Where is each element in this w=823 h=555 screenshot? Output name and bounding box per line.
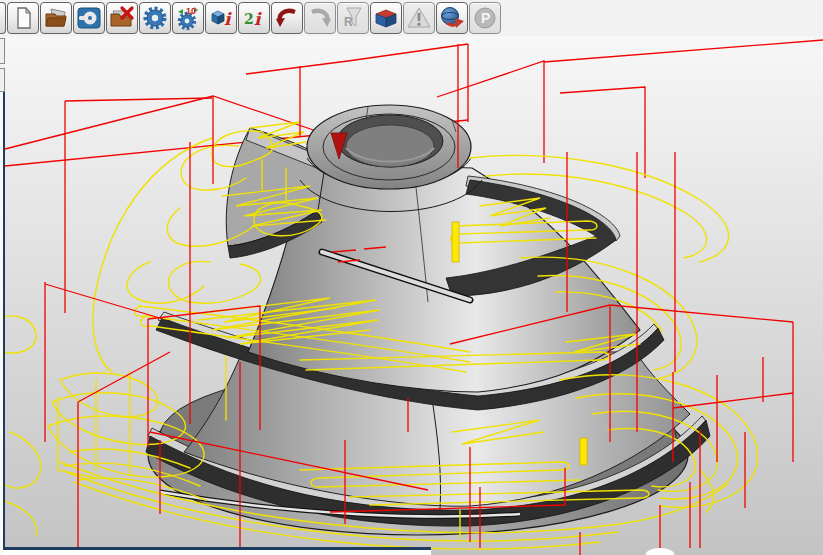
folder-open-icon: [43, 5, 69, 31]
machining-params-button[interactable]: [139, 2, 171, 34]
close-file-button[interactable]: [106, 2, 138, 34]
entity-info-button[interactable]: i: [205, 2, 237, 34]
rotate-view-button[interactable]: [436, 2, 468, 34]
open-file-button[interactable]: [40, 2, 72, 34]
gear-icon: [142, 5, 168, 31]
i-glyph: i: [254, 9, 262, 29]
info-i-glyph: i: [224, 9, 232, 29]
folder-delete-icon: [109, 5, 135, 31]
two-glyph: 2: [244, 11, 254, 27]
disc-icon: [76, 5, 102, 31]
undo-button[interactable]: [271, 2, 303, 34]
funnel-r-icon: R: [340, 5, 366, 31]
2i-icon: 2 i: [241, 5, 267, 31]
warnings-button[interactable]: [403, 2, 435, 34]
viewport-border-left: [3, 88, 5, 551]
p-circle-icon: P: [472, 5, 498, 31]
viewport-bottom-strip: [3, 550, 431, 555]
left-toolbar-partial-button[interactable]: [0, 2, 6, 34]
undo-arrow-icon: [274, 5, 300, 31]
redo-button[interactable]: [304, 2, 336, 34]
warning-icon: [406, 5, 432, 31]
machine-disc-button[interactable]: [73, 2, 105, 34]
gear-10-icon: 10: [175, 5, 201, 31]
new-document-button[interactable]: [7, 2, 39, 34]
left-panel-partial-box[interactable]: [0, 38, 5, 64]
cube-info-icon: i: [208, 5, 234, 31]
p-glyph: P: [481, 10, 490, 26]
viewport-3d-canvas[interactable]: [0, 0, 823, 555]
stock-cube-icon: [373, 5, 399, 31]
sphere-arrow-icon: [439, 5, 465, 31]
main-toolbar: 10 i 2 i R: [7, 2, 501, 34]
document-icon: [10, 5, 36, 31]
filter-rapid-button[interactable]: R: [337, 2, 369, 34]
stock-block-button[interactable]: [370, 2, 402, 34]
second-info-button[interactable]: 2 i: [238, 2, 270, 34]
left-panel-partial-box-2[interactable]: [0, 68, 5, 92]
redo-arrow-icon: [307, 5, 333, 31]
post-process-button[interactable]: P: [469, 2, 501, 34]
gear-10-glyph: 10: [186, 6, 196, 16]
r-glyph: R: [344, 15, 353, 29]
feed-speed-button[interactable]: 10: [172, 2, 204, 34]
